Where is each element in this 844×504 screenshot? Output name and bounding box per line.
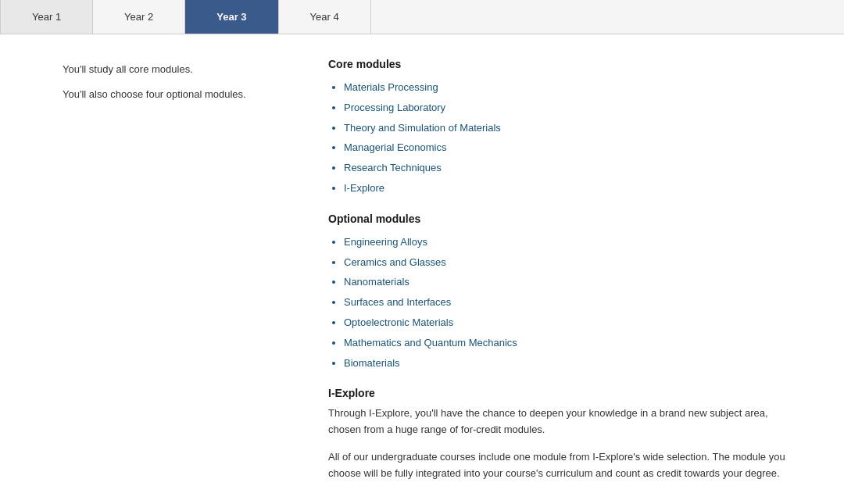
list-item[interactable]: Managerial Economics: [344, 140, 797, 156]
opt-module-link-2[interactable]: Ceramics and Glasses: [344, 256, 446, 268]
left-panel: You'll study all core modules. You'll al…: [63, 58, 281, 493]
list-item[interactable]: Ceramics and Glasses: [344, 255, 797, 271]
i-explore-text1: Through I-Explore, you'll have the chanc…: [328, 406, 797, 438]
optional-note: You'll also choose four optional modules…: [63, 87, 281, 102]
tab-year2[interactable]: Year 2: [93, 0, 185, 34]
core-note: You'll study all core modules.: [63, 62, 281, 77]
list-item[interactable]: Theory and Simulation of Materials: [344, 120, 797, 137]
opt-module-link-3[interactable]: Nanomaterials: [344, 276, 409, 288]
core-module-link-5[interactable]: Research Techniques: [344, 162, 442, 173]
core-module-link-4[interactable]: Managerial Economics: [344, 141, 447, 153]
optional-section: Optional modules Engineering Alloys Cera…: [328, 213, 797, 372]
opt-module-link-6[interactable]: Mathematics and Quantum Mechanics: [344, 337, 517, 349]
list-item[interactable]: Optoelectronic Materials: [344, 315, 797, 331]
tab-year3[interactable]: Year 3: [185, 0, 278, 34]
optional-modules-list: Engineering Alloys Ceramics and Glasses …: [328, 234, 797, 372]
opt-module-link-4[interactable]: Surfaces and Interfaces: [344, 296, 451, 308]
list-item[interactable]: Engineering Alloys: [344, 234, 797, 251]
list-item[interactable]: I-Explore: [344, 181, 797, 197]
list-item[interactable]: Mathematics and Quantum Mechanics: [344, 335, 797, 352]
i-explore-section: I-Explore Through I-Explore, you'll have…: [328, 387, 797, 481]
list-item[interactable]: Materials Processing: [344, 80, 797, 96]
opt-module-link-1[interactable]: Engineering Alloys: [344, 236, 427, 248]
list-item[interactable]: Processing Laboratory: [344, 100, 797, 116]
list-item[interactable]: Biomaterials: [344, 356, 797, 372]
year-tabs: Year 1 Year 2 Year 3 Year 4: [0, 0, 844, 34]
core-module-link-1[interactable]: Materials Processing: [344, 81, 438, 93]
i-explore-text2: All of our undergraduate courses include…: [328, 449, 797, 482]
core-module-link-3[interactable]: Theory and Simulation of Materials: [344, 122, 501, 134]
right-panel: Core modules Materials Processing Proces…: [328, 58, 797, 493]
list-item[interactable]: Nanomaterials: [344, 274, 797, 291]
list-item[interactable]: Research Techniques: [344, 160, 797, 177]
i-explore-title: I-Explore: [328, 387, 797, 399]
opt-module-link-7[interactable]: Biomaterials: [344, 357, 400, 369]
core-modules-title: Core modules: [328, 58, 797, 70]
core-module-link-6[interactable]: I-Explore: [344, 182, 384, 194]
core-module-link-2[interactable]: Processing Laboratory: [344, 102, 445, 113]
core-modules-list: Materials Processing Processing Laborato…: [328, 80, 797, 197]
list-item[interactable]: Surfaces and Interfaces: [344, 295, 797, 311]
tab-year1[interactable]: Year 1: [0, 0, 93, 34]
opt-module-link-5[interactable]: Optoelectronic Materials: [344, 316, 453, 328]
main-content: You'll study all core modules. You'll al…: [0, 34, 844, 504]
optional-modules-title: Optional modules: [328, 213, 797, 225]
tab-year4[interactable]: Year 4: [279, 0, 371, 34]
